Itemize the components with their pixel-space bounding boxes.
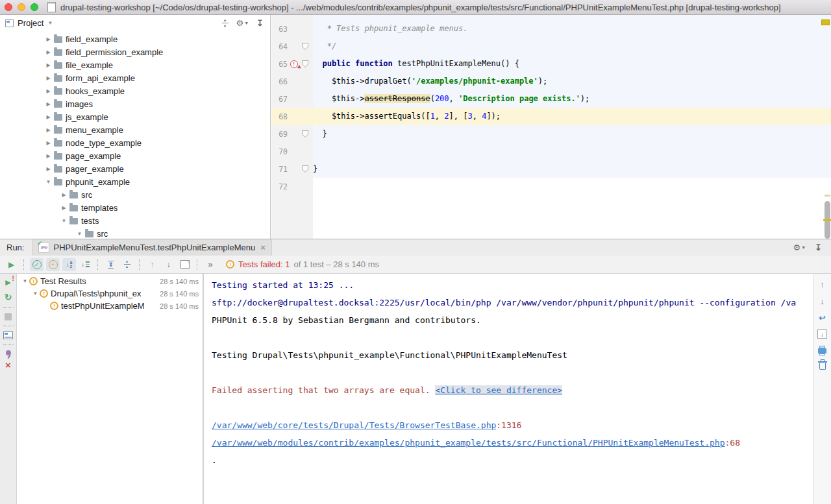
close-tab-icon[interactable]: × xyxy=(260,243,266,252)
settings-icon[interactable]: ⚙▼ xyxy=(236,18,249,28)
next-occurrence-icon[interactable]: ↓ xyxy=(162,258,175,271)
fold-marker[interactable] xyxy=(302,60,308,67)
settings-icon[interactable]: ⚙▼ xyxy=(793,243,806,252)
project-tree-item[interactable]: ▶images xyxy=(0,97,270,110)
code-text[interactable] xyxy=(313,178,831,195)
zoom-window-button[interactable] xyxy=(31,3,38,11)
code-text[interactable]: * Tests phpunit_example menus. xyxy=(313,20,831,38)
minimize-window-button[interactable] xyxy=(18,3,25,11)
tree-chevron-icon[interactable]: ▶ xyxy=(60,205,68,211)
more-icon[interactable]: » xyxy=(203,258,217,271)
scroll-up-icon[interactable]: ↑ xyxy=(820,280,825,289)
show-ignored-icon[interactable]: ≡ xyxy=(46,258,60,271)
test-results-tree[interactable]: ▼!Test Results28 s 140 ms▼!Drupal\Tests\… xyxy=(17,274,202,504)
code-text[interactable] xyxy=(313,143,831,160)
project-tree-item[interactable]: ▶menu_example xyxy=(0,123,270,136)
tree-chevron-icon[interactable]: ▶ xyxy=(44,166,53,172)
code-text[interactable]: } xyxy=(313,125,831,143)
code-text[interactable] xyxy=(313,15,831,20)
tree-chevron-icon[interactable]: ▼ xyxy=(31,291,40,296)
project-tree-item[interactable]: ▶file_example xyxy=(0,58,270,71)
stop-icon[interactable] xyxy=(5,313,12,320)
inspection-indicator-icon[interactable] xyxy=(821,19,830,25)
tree-chevron-icon[interactable]: ▶ xyxy=(44,101,53,107)
restore-layout-icon[interactable] xyxy=(3,331,13,339)
collapse-all-icon[interactable]: ▼▲ xyxy=(120,258,134,271)
expand-all-icon[interactable]: ⇕ xyxy=(104,258,118,271)
project-tree[interactable]: ▶field_example▶field_permission_example▶… xyxy=(0,32,270,239)
rerun-failed-gutter-icon[interactable]: ! xyxy=(290,60,298,68)
tree-chevron-icon[interactable]: ▶ xyxy=(44,75,53,81)
test-tree-item[interactable]: ▼!Test Results28 s 140 ms xyxy=(17,275,202,287)
show-passed-icon[interactable]: ✓ xyxy=(30,258,43,271)
test-console[interactable]: Testing started at 13:25 ...sftp://docke… xyxy=(204,274,813,504)
test-history-icon[interactable]: ↑ xyxy=(178,258,192,271)
project-tree-item[interactable]: ▶field_example xyxy=(0,32,270,45)
project-tree-item[interactable]: ▶form_api_example xyxy=(0,71,270,84)
test-tree-item[interactable]: ▼!Drupal\Tests\phpunit_ex28 s 140 ms xyxy=(17,287,202,300)
tree-chevron-icon[interactable]: ▶ xyxy=(44,49,53,55)
hide-panel-icon[interactable]: ↧ xyxy=(815,243,822,252)
code-text[interactable]: public function testPhpUnitExampleMenu()… xyxy=(313,55,831,73)
code-text[interactable]: $this->drupalGet('/examples/phpunit-exam… xyxy=(313,73,831,90)
project-tree-item[interactable]: ▶pager_example xyxy=(0,162,270,175)
console-link[interactable]: /var/www/web/modules/contrib/examples/ph… xyxy=(212,438,725,448)
pin-icon[interactable] xyxy=(6,350,11,355)
rerun-failed-icon[interactable]: ▶! xyxy=(5,278,10,287)
chevron-down-icon[interactable]: ▼ xyxy=(47,20,53,26)
sort-alpha-icon[interactable]: ↓az xyxy=(62,258,76,271)
hide-panel-icon[interactable]: ↧ xyxy=(256,18,264,28)
clear-all-icon[interactable] xyxy=(819,361,826,370)
tree-chevron-icon[interactable]: ▶ xyxy=(44,114,53,120)
fold-marker[interactable] xyxy=(302,130,308,138)
sort-duration-icon[interactable]: ↓ xyxy=(79,258,92,271)
soft-wrap-icon[interactable]: ↩ xyxy=(819,313,825,322)
editor[interactable]: 63 * Tests phpunit_example menus.64 */65… xyxy=(271,15,831,239)
toggle-auto-test-icon[interactable]: ↻ xyxy=(5,292,12,302)
project-tree-item[interactable]: ▶src xyxy=(0,188,270,201)
tree-chevron-icon[interactable]: ▶ xyxy=(44,36,53,42)
fold-marker[interactable] xyxy=(302,165,308,173)
tree-chevron-icon[interactable]: ▼ xyxy=(21,278,29,284)
fold-marker[interactable] xyxy=(302,43,308,50)
scroll-to-end-icon[interactable]: ↓ xyxy=(817,330,827,339)
code-text[interactable]: */ xyxy=(313,38,831,55)
project-tree-item[interactable]: ▶js_example xyxy=(0,110,270,123)
tree-chevron-icon[interactable]: ▶ xyxy=(60,192,68,198)
tree-chevron-icon[interactable]: ▶ xyxy=(44,127,53,133)
console-link[interactable]: /var/www/web/core/tests/Drupal/Tests/Bro… xyxy=(212,420,496,430)
project-tree-item[interactable]: ▼src xyxy=(0,227,270,239)
project-tree-item[interactable]: ▶templates xyxy=(0,201,270,214)
close-icon[interactable]: × xyxy=(5,361,11,370)
tree-chevron-icon[interactable]: ▶ xyxy=(44,62,53,68)
project-tree-item[interactable]: ▶hooks_example xyxy=(0,84,270,97)
project-tree-item[interactable]: ▼tests xyxy=(0,214,270,227)
tree-chevron-icon[interactable]: ▶ xyxy=(44,88,53,94)
tree-chevron-icon[interactable]: ▼ xyxy=(60,218,68,224)
console-text: . xyxy=(212,455,217,465)
tree-chevron-icon[interactable]: ▼ xyxy=(44,179,53,185)
tree-chevron-icon[interactable]: ▶ xyxy=(44,140,53,146)
warning-stripe[interactable] xyxy=(823,219,831,221)
run-tab[interactable]: php PHPUnitExampleMenuTest.testPhpUnitEx… xyxy=(32,239,271,256)
project-tree-item[interactable]: ▶field_permission_example xyxy=(0,45,270,58)
test-tree-item[interactable]: !testPhpUnitExampleM28 s 140 ms xyxy=(17,300,202,312)
prev-occurrence-icon[interactable]: ↑ xyxy=(145,258,159,271)
print-icon[interactable] xyxy=(818,346,826,354)
project-tree-item[interactable]: ▶page_example xyxy=(0,149,270,162)
code-text[interactable]: $this->assertResponse(200, 'Description … xyxy=(313,90,831,108)
highlight-stripe[interactable] xyxy=(825,195,830,197)
code-text[interactable]: } xyxy=(313,160,831,178)
tree-chevron-icon[interactable]: ▶ xyxy=(44,153,53,159)
scroll-down-icon[interactable]: ↓ xyxy=(820,296,825,306)
collapse-all-icon[interactable]: ▼▲ xyxy=(222,19,229,27)
rerun-icon[interactable]: ▶ xyxy=(5,258,18,271)
code-text[interactable]: $this->assertEquals([1, 2], [3, 4]); xyxy=(313,108,831,125)
console-link[interactable]: <Click to see difference> xyxy=(435,385,562,395)
tree-chevron-icon[interactable]: ▼ xyxy=(75,231,84,237)
project-tree-item[interactable]: ▼phpunit_example xyxy=(0,175,270,188)
tree-item-label: src xyxy=(81,190,92,200)
code-text[interactable] xyxy=(313,195,831,239)
project-tree-item[interactable]: ▶node_type_example xyxy=(0,136,270,149)
close-window-button[interactable] xyxy=(5,3,12,11)
